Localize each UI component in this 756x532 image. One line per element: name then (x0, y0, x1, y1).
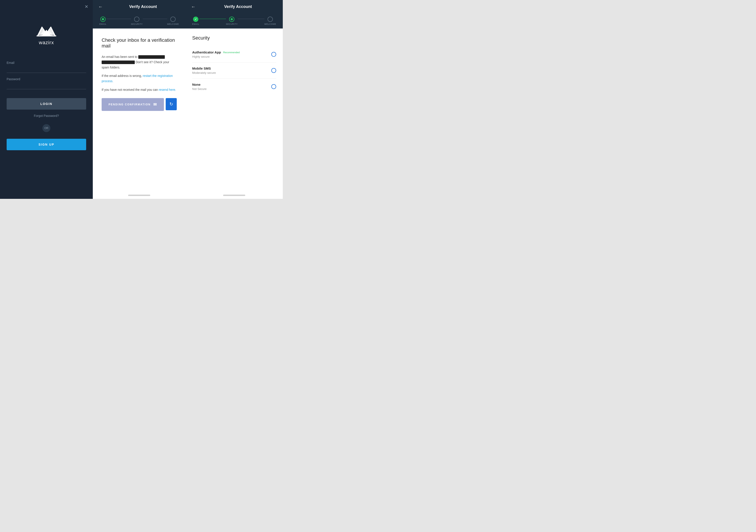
bottom-bar-email (128, 195, 150, 196)
sec-step-line-1 (199, 19, 226, 19)
step-circle-security (134, 16, 139, 22)
wazirx-logo (35, 22, 57, 38)
authenticator-radio[interactable] (271, 52, 276, 57)
mobile-sms-option[interactable]: Mobile SMS Moderately secure (192, 63, 276, 79)
desc1-prefix: An email has been sent to (102, 55, 137, 59)
verify-security-header: ← Verify Account (186, 0, 283, 13)
or-badge: OR (42, 124, 50, 132)
mobile-sms-name-row: Mobile SMS (192, 66, 216, 70)
sec-step-welcome: WELCOME (264, 16, 276, 25)
sec-step-label-security: SECURITY (226, 23, 238, 25)
sec-step-line-2 (238, 19, 264, 19)
login-button[interactable]: LOGIN (7, 98, 86, 110)
security-heading: Security (192, 35, 276, 41)
authenticator-info: Authenticator App Recommended Highly sec… (192, 50, 240, 58)
sec-step-label-email: EMAIL (192, 23, 199, 25)
svg-rect-2 (37, 36, 56, 37)
email-step-indicator: EMAIL SECURITY WELCOME (93, 13, 186, 29)
password-input[interactable] (7, 83, 86, 89)
sec-step-email: EMAIL (192, 16, 199, 25)
step-security: SECURITY (131, 16, 143, 25)
none-option[interactable]: None Not Secure (192, 79, 276, 94)
email-input[interactable] (7, 66, 86, 73)
logo-text: wazirx (39, 40, 54, 45)
desc3-prefix: If you have not received the mail you ca… (102, 88, 158, 92)
step-label-security: SECURITY (131, 23, 143, 25)
login-panel: ✕ wazirx Email Password LOGIN Forgot Pas… (0, 0, 93, 199)
recommended-badge: Recommended (223, 51, 240, 54)
sec-step-label-welcome: WELCOME (264, 23, 276, 25)
sec-step-circle-security (229, 16, 234, 22)
verify-email-title: Verify Account (106, 4, 180, 9)
verify-email-content: Check your inbox for a verification mail… (93, 29, 186, 192)
authenticator-option[interactable]: Authenticator App Recommended Highly sec… (192, 46, 276, 63)
close-button[interactable]: ✕ (85, 4, 88, 9)
step-line-2 (143, 19, 167, 19)
security-content: Security Authenticator App Recommended H… (186, 29, 283, 192)
logo-container: wazirx (35, 22, 57, 45)
none-sub: Not Secure (192, 87, 206, 91)
mobile-sms-sub: Moderately secure (192, 71, 216, 74)
authenticator-sub: Highly secure (192, 55, 240, 58)
bottom-bar-security (223, 195, 245, 196)
none-info: None Not Secure (192, 83, 206, 91)
mobile-sms-info: Mobile SMS Moderately secure (192, 66, 216, 74)
none-name-row: None (192, 83, 206, 86)
password-label: Password (7, 77, 86, 81)
sec-step-security: SECURITY (226, 16, 238, 25)
verify-security-title: Verify Account (199, 4, 277, 9)
step-line-1 (106, 19, 131, 19)
step-welcome: WELCOME (167, 16, 179, 25)
step-circle-welcome (170, 16, 176, 22)
verify-desc-2: If the email address is wrong, restart t… (102, 73, 177, 84)
verify-email-heading: Check your inbox for a verification mail (102, 37, 177, 49)
verify-desc-1: An email has been sent to Don't see it? … (102, 54, 177, 70)
none-radio[interactable] (271, 84, 276, 89)
authenticator-name: Authenticator App (192, 50, 221, 54)
back-button-email[interactable]: ← (98, 4, 103, 9)
resend-link[interactable]: resend here. (159, 88, 176, 92)
authenticator-name-row: Authenticator App Recommended (192, 50, 240, 54)
step-email: EMAIL (99, 16, 106, 25)
desc2-prefix: If the email address is wrong, (102, 74, 142, 78)
login-form: Email Password LOGIN Forgot Password? OR… (7, 61, 86, 150)
sec-step-circle-email (193, 16, 199, 22)
security-panel-bottom (186, 192, 283, 199)
mobile-sms-radio[interactable] (271, 68, 276, 73)
refresh-button[interactable]: ↻ (166, 98, 177, 110)
back-button-security[interactable]: ← (191, 4, 196, 9)
step-circle-email (100, 16, 106, 22)
mobile-sms-name: Mobile SMS (192, 66, 211, 70)
password-field-container: Password (7, 77, 86, 89)
email-panel-bottom (93, 192, 186, 199)
refresh-icon: ↻ (170, 101, 173, 107)
signup-button[interactable]: SIGN UP (7, 139, 86, 150)
verify-desc-3: If you have not received the mail you ca… (102, 87, 177, 93)
sec-step-circle-welcome (268, 16, 273, 22)
pending-btn-row: PENDING CONFIRMATION ✉ ↻ (102, 98, 177, 111)
email-field-container: Email (7, 61, 86, 73)
email-label: Email (7, 61, 86, 65)
email-redacted-2 (102, 61, 135, 64)
step-label-email: EMAIL (99, 23, 106, 25)
forgot-password-link[interactable]: Forgot Password? (7, 114, 86, 118)
verify-security-panel: ← Verify Account EMAIL SECURITY WELCOME … (186, 0, 283, 199)
pending-confirmation-button[interactable]: PENDING CONFIRMATION ✉ (102, 98, 164, 111)
step-label-welcome: WELCOME (167, 23, 179, 25)
email-icon: ✉ (153, 102, 157, 107)
email-redacted (138, 55, 165, 59)
pending-label: PENDING CONFIRMATION (108, 103, 150, 106)
none-name: None (192, 83, 201, 86)
or-divider: OR (7, 124, 86, 132)
security-step-indicator: EMAIL SECURITY WELCOME (186, 13, 283, 29)
verify-email-header: ← Verify Account (93, 0, 186, 13)
verify-email-panel: ← Verify Account EMAIL SECURITY WELCOME … (93, 0, 186, 199)
